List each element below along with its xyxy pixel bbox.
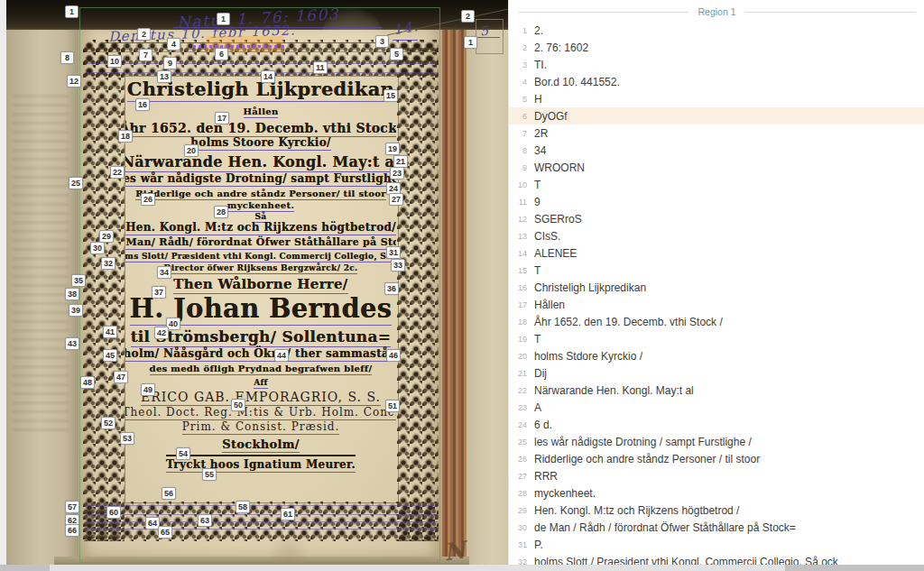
selected-line-dotted-baseline[interactable] bbox=[192, 45, 284, 48]
line-marker-57[interactable]: 57 bbox=[65, 501, 79, 513]
line-marker-28[interactable]: 28 bbox=[214, 206, 228, 218]
transcript-row-4[interactable]: 4Bor.d 10. 441552. bbox=[509, 73, 924, 90]
line-text[interactable]: Åhr 1652. den 19. Decemb. vthi Stock / bbox=[534, 316, 723, 328]
transcript-row-32[interactable]: 32holms Slott / Praesident vthi Kongl. C… bbox=[509, 553, 924, 565]
transcript-row-23[interactable]: 23A bbox=[509, 399, 924, 416]
line-marker-55[interactable]: 55 bbox=[202, 468, 217, 481]
transcript-row-11[interactable]: 119 bbox=[509, 193, 924, 210]
line-text[interactable]: les wår nådigste Drotning / sampt Furstl… bbox=[534, 436, 752, 448]
transcript-row-3[interactable]: 3TI. bbox=[509, 56, 924, 73]
corner-region-outline[interactable] bbox=[476, 19, 504, 54]
line-marker-35[interactable]: 35 bbox=[71, 274, 86, 287]
transcript-row-7[interactable]: 72R bbox=[509, 124, 924, 142]
line-text[interactable]: Närwarande Hen. Kongl. May:t al bbox=[534, 384, 694, 397]
line-marker-47[interactable]: 47 bbox=[114, 371, 128, 383]
line-text[interactable]: Ridderlige och andre ståndz Personer / t… bbox=[534, 453, 760, 465]
line-marker-29[interactable]: 29 bbox=[99, 230, 114, 243]
line-marker-9[interactable]: 9 bbox=[163, 57, 177, 69]
line-marker-53[interactable]: 53 bbox=[120, 432, 134, 445]
line-marker-20[interactable]: 20 bbox=[184, 144, 199, 157]
transcript-row-13[interactable]: 13CIsS. bbox=[509, 227, 924, 244]
line-marker-46[interactable]: 46 bbox=[386, 349, 401, 362]
transcript-row-18[interactable]: 18Åhr 1652. den 19. Decemb. vthi Stock / bbox=[509, 313, 924, 330]
line-marker-51[interactable]: 51 bbox=[385, 400, 400, 412]
line-marker-8[interactable]: 8 bbox=[60, 51, 74, 64]
line-marker-1[interactable]: 1 bbox=[65, 5, 79, 18]
transcript-row-9[interactable]: 9WROORN bbox=[509, 159, 924, 176]
line-text[interactable]: SGERroS bbox=[534, 213, 582, 226]
line-text[interactable]: A bbox=[534, 401, 541, 414]
line-text[interactable]: ALENEE bbox=[534, 247, 577, 260]
line-marker-22[interactable]: 22 bbox=[110, 166, 125, 179]
transcript-row-16[interactable]: 16Christeligh Lijkpredikan bbox=[509, 279, 924, 296]
line-marker-58[interactable]: 58 bbox=[236, 501, 250, 513]
line-text[interactable]: 6 d. bbox=[534, 419, 552, 431]
transcript-row-22[interactable]: 22Närwarande Hen. Kongl. May:t al bbox=[509, 382, 924, 399]
line-marker-65[interactable]: 65 bbox=[158, 526, 172, 539]
line-marker-37[interactable]: 37 bbox=[152, 286, 166, 299]
transcript-row-26[interactable]: 26Ridderlige och andre ståndz Personer /… bbox=[509, 450, 924, 467]
line-text[interactable]: WROORN bbox=[534, 161, 585, 174]
line-marker-54[interactable]: 54 bbox=[176, 447, 190, 460]
line-text[interactable]: P. bbox=[534, 539, 543, 551]
document-image-viewer[interactable]: N Christeligh LijkpredikanHållenÅhr 1652… bbox=[0, 0, 508, 565]
line-marker-2[interactable]: 2 bbox=[461, 10, 475, 23]
transcript-row-30[interactable]: 30de Man / Rådh / förordnat Öfwer Ståthå… bbox=[509, 519, 924, 536]
line-marker-12[interactable]: 12 bbox=[67, 75, 81, 87]
line-marker-10[interactable]: 10 bbox=[107, 55, 122, 68]
line-marker-2[interactable]: 2 bbox=[137, 28, 151, 41]
line-marker-16[interactable]: 16 bbox=[135, 98, 150, 111]
line-text[interactable]: 2R bbox=[534, 127, 548, 140]
line-text[interactable]: myckenheet. bbox=[534, 487, 596, 500]
transcript-row-28[interactable]: 28myckenheet. bbox=[509, 484, 924, 502]
line-marker-61[interactable]: 61 bbox=[281, 508, 295, 520]
line-marker-44[interactable]: 44 bbox=[274, 349, 289, 362]
transcript-row-29[interactable]: 29Hen. Kongl. M:tz och Rijkzens högtbetr… bbox=[509, 502, 924, 519]
line-marker-21[interactable]: 21 bbox=[393, 155, 408, 168]
line-marker-23[interactable]: 23 bbox=[390, 167, 404, 180]
line-marker-49[interactable]: 49 bbox=[141, 383, 155, 396]
line-marker-38[interactable]: 38 bbox=[65, 288, 79, 300]
line-text[interactable]: RRR bbox=[534, 470, 558, 483]
transcript-row-31[interactable]: 31P. bbox=[509, 536, 924, 553]
transcript-row-27[interactable]: 27RRR bbox=[509, 467, 924, 484]
line-marker-45[interactable]: 45 bbox=[103, 349, 117, 362]
line-marker-25[interactable]: 25 bbox=[69, 177, 83, 189]
line-marker-13[interactable]: 13 bbox=[157, 70, 171, 83]
line-text[interactable]: H bbox=[534, 93, 542, 106]
transcript-row-6[interactable]: 6DyOGf bbox=[509, 107, 924, 124]
line-text[interactable]: TI. bbox=[534, 59, 547, 71]
line-text[interactable]: T bbox=[534, 333, 541, 345]
line-text[interactable]: DyOGf bbox=[534, 110, 568, 123]
line-text[interactable]: Bor.d 10. 441552. bbox=[534, 76, 620, 88]
transcript-row-10[interactable]: 10T bbox=[509, 176, 924, 193]
line-marker-27[interactable]: 27 bbox=[389, 193, 403, 206]
line-marker-19[interactable]: 19 bbox=[385, 143, 400, 155]
line-text[interactable]: de Man / Rådh / förordnat Öfwer Ståthåll… bbox=[534, 521, 796, 534]
line-marker-48[interactable]: 48 bbox=[80, 376, 95, 389]
transcript-row-2[interactable]: 22. 76: 1602 bbox=[509, 39, 924, 56]
line-text[interactable]: holms Slott / Praesident vthi Kongl. Com… bbox=[534, 556, 838, 566]
line-marker-6[interactable]: 6 bbox=[215, 48, 228, 60]
transcript-row-15[interactable]: 15T bbox=[509, 262, 924, 279]
scrollbar-thumb[interactable] bbox=[50, 565, 785, 571]
line-marker-4[interactable]: 4 bbox=[167, 38, 180, 51]
transcript-row-14[interactable]: 14ALENEE bbox=[509, 244, 924, 262]
line-marker-1[interactable]: 1 bbox=[464, 36, 477, 49]
line-text[interactable]: CIsS. bbox=[534, 230, 560, 243]
line-marker-26[interactable]: 26 bbox=[141, 193, 155, 206]
transcript-row-20[interactable]: 20holms Stdore Kyrckio / bbox=[509, 347, 924, 364]
line-text[interactable]: 34 bbox=[534, 144, 546, 157]
line-marker-3[interactable]: 3 bbox=[375, 35, 389, 48]
line-marker-17[interactable]: 17 bbox=[215, 112, 229, 124]
line-text[interactable]: 2. 76: 1602 bbox=[534, 41, 588, 54]
line-text[interactable]: T bbox=[534, 179, 541, 191]
line-marker-15[interactable]: 15 bbox=[383, 89, 398, 102]
line-marker-18[interactable]: 18 bbox=[118, 130, 133, 143]
transcript-row-21[interactable]: 21Dij bbox=[509, 364, 924, 382]
line-marker-30[interactable]: 30 bbox=[90, 242, 105, 254]
line-text[interactable]: Christeligh Lijkpredikan bbox=[534, 281, 646, 294]
line-marker-60[interactable]: 60 bbox=[106, 506, 121, 519]
line-marker-14[interactable]: 14 bbox=[261, 70, 275, 83]
transcript-row-25[interactable]: 25les wår nådigste Drotning / sampt Furs… bbox=[509, 433, 924, 450]
